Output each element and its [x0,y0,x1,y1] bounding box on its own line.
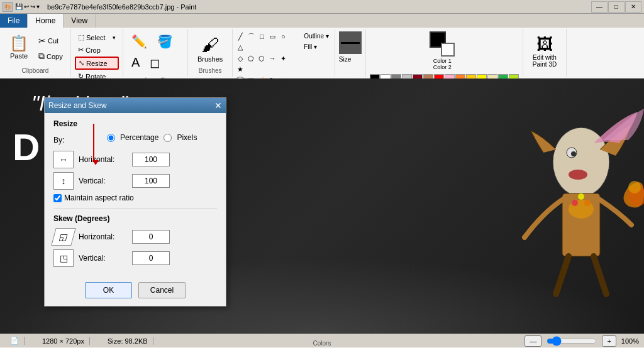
crop-button[interactable]: ✂ Crop [75,44,119,56]
size-line [341,42,360,44]
eraser-icon: ◻ [150,55,160,70]
size-group: Size [335,29,366,77]
minimize-button[interactable]: — [591,1,608,13]
svg-point-6 [572,200,578,206]
brushes-label: Brushes [192,66,228,74]
select-dropdown[interactable]: ▾ [113,35,116,41]
size-item: Size: 98.2KB [103,337,153,345]
h-resize-label: Horizontal: [79,155,132,164]
dimensions-text: 1280 × 720px [42,337,84,345]
color1-label: Color 1 [433,58,452,64]
paste-icon: 📋 [9,35,28,52]
h-resize-row: ↔ Horizontal: [53,151,217,168]
resize-button[interactable]: ⤡ Resize [75,57,119,70]
ribbon: File Home View 📋 Paste ✂ Cut [0,14,644,79]
curve-shape[interactable]: ⌒ [246,31,256,41]
h-skew-icon: ◱ [51,228,76,246]
svg-point-10 [628,181,641,193]
eraser-button[interactable]: ◻ [145,53,165,73]
skew-v-input[interactable] [132,251,170,265]
h-skew-row: ◱ Horizontal: [53,228,217,246]
tab-view[interactable]: View [64,14,96,28]
clipboard-label: Clipboard [4,66,67,74]
outline-button[interactable]: Outline ▾ [301,31,331,41]
window-title: be9c7e787be4efe3f50fe6e829b3ccb7.jpg - P… [47,3,196,11]
paint3d-group: 🖼 Edit with Paint 3D [523,29,567,77]
dialog-divider [53,209,217,209]
zoom-in-button[interactable]: + [602,335,616,347]
dropdown-arrow[interactable]: ▾ [36,3,40,10]
percentage-radio[interactable] [107,134,115,142]
quick-redo[interactable]: ↪ [30,3,35,10]
crop-icon: ✂ [78,46,84,54]
color2-box[interactable] [441,43,455,57]
maximize-button[interactable]: □ [608,1,625,13]
cut-button[interactable]: ✂ Cut [35,34,67,48]
shapes-content: ╱ ⌒ □ ▭ ○ △ ◇ ⬠ ⬡ → ✦ ★ [235,31,331,85]
size-content: Size [339,31,362,74]
ok-button[interactable]: OK [85,282,132,298]
hexagon-shape[interactable]: ⬡ [257,53,267,63]
maintain-ratio-checkbox[interactable] [53,194,62,202]
pentagon-shape[interactable]: ⬠ [246,53,256,63]
rect-shape[interactable]: □ [257,31,267,41]
brushes-group: 🖌 Brushes Brushes [188,29,233,77]
close-button[interactable]: ✕ [625,1,641,13]
by-label: By: [53,136,107,144]
quote-d-char: D [13,126,40,170]
tab-file[interactable]: File [0,14,28,28]
paste-button[interactable]: 📋 Paste [4,31,34,63]
edit3d-button[interactable]: 🖼 Edit with Paint 3D [527,31,562,71]
window-controls: — □ ✕ [591,1,641,13]
clipboard-right: ✂ Cut ⧉ Copy [35,31,67,63]
h-skew-label: Horizontal: [79,232,132,241]
arrow-shape[interactable]: → [267,53,277,63]
clipboard-content: 📋 Paste ✂ Cut ⧉ Copy [4,31,67,66]
zoom-out-button[interactable]: — [525,335,541,347]
vertical-input[interactable] [132,174,170,188]
triangle-shape[interactable]: △ [235,42,245,52]
paint3d-label: Edit with Paint 3D [533,54,557,68]
title-quick-access: 💾 ↩ ↪ ▾ [15,3,40,10]
pixels-radio[interactable] [164,134,172,142]
text-button[interactable]: A [127,53,144,72]
horizontal-icon: ↔ [53,151,74,168]
image-group: ⬚ Select ▾ ✂ Crop ⤡ Resize ↻ Rotate [71,29,123,77]
brushes-button[interactable]: 🖌 Brushes [192,31,228,66]
ellipse-shape[interactable]: ○ [278,31,288,41]
cut-icon: ✂ [38,36,46,46]
shapes-row2: ◇ ⬠ ⬡ → ✦ ★ [235,53,298,74]
color-boxes [430,31,455,57]
skew-h-input[interactable] [132,230,170,244]
line-shape[interactable]: ╱ [235,31,245,41]
quick-undo[interactable]: ↩ [24,3,29,10]
file-icon: 📄 [10,337,19,345]
zoom-slider[interactable] [547,336,597,346]
rounded-rect-shape[interactable]: ▭ [267,31,277,41]
horizontal-input[interactable] [132,153,170,166]
diamond-shape[interactable]: ◇ [235,53,245,63]
v-skew-icon: ◳ [53,249,74,267]
select-button[interactable]: ⬚ Select ▾ [75,31,119,43]
shapes-grid-container: ╱ ⌒ □ ▭ ○ △ ◇ ⬠ ⬡ → ✦ ★ [235,31,298,85]
zoom-controls: — + 100% [525,335,639,347]
pencil-button[interactable]: ✏️ [127,31,152,52]
fill-button[interactable]: 🪣 [153,31,177,52]
fill-icon: 🪣 [157,34,173,49]
star5-shape[interactable]: ★ [235,64,245,74]
quick-save[interactable]: 💾 [15,3,23,10]
clipboard-group: 📋 Paste ✂ Cut ⧉ Copy Clipboard [0,29,71,77]
tab-home[interactable]: Home [28,14,64,28]
percentage-label: Percentage [120,133,158,142]
star4-shape[interactable]: ✦ [278,53,288,63]
select-icon: ⬚ [78,33,84,41]
copy-button[interactable]: ⧉ Copy [35,49,67,63]
zoom-level: 100% [621,337,639,345]
resize-arrow-line [93,124,94,161]
canvas-area[interactable]: "Iku Urup" D itu hendaknya bermanfaat a … [0,79,644,334]
cancel-button[interactable]: Cancel [138,282,186,298]
maintain-ratio-row: Maintain aspect ratio [53,193,217,202]
fill-color-button[interactable]: Fill ▾ [301,42,331,52]
dialog-close-button[interactable]: ✕ [214,101,222,111]
shapes-row1: ╱ ⌒ □ ▭ ○ △ [235,31,298,52]
